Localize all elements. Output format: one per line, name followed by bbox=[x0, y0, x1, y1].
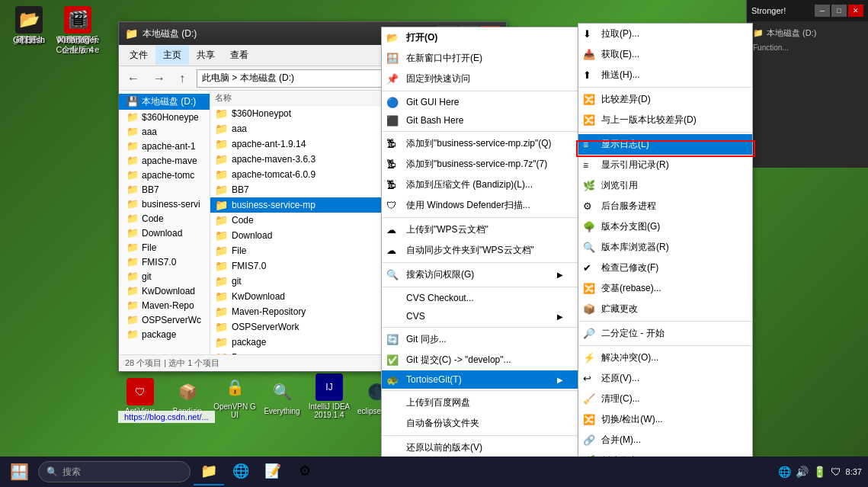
ctx-pull[interactable]: ⬇ 拉取(P)... bbox=[578, 24, 752, 44]
ctx-restore[interactable]: 还原以前的版本(V) bbox=[382, 437, 578, 457]
ctx-git-gui[interactable]: 🔵 Git GUI Here bbox=[382, 93, 578, 111]
ctx-resolve[interactable]: ⚡ 解决冲突(O)... bbox=[578, 348, 752, 368]
column-name: 名称 bbox=[215, 92, 232, 104]
ctx-diff-prev[interactable]: 🔀 与上一版本比较差异(D) bbox=[578, 110, 752, 130]
ctx-revert[interactable]: ↩ 还原(V)... bbox=[578, 368, 752, 389]
ctx-auto-backup[interactable]: 自动备份该文件夹 bbox=[382, 413, 578, 434]
desktop-icon-打开[interactable]: 📂 打开 bbox=[6, 6, 52, 45]
ctx-wps-sync[interactable]: ☁ 自动同步文件夹到"WPS云文档" bbox=[382, 240, 578, 261]
start-button[interactable]: 🪟 bbox=[0, 457, 38, 487]
tree-item-git[interactable]: 📁 git bbox=[119, 269, 210, 284]
ctx-show-reflog[interactable]: ≡ 显示引用记录(R) bbox=[578, 155, 752, 175]
ctx-rebase[interactable]: 🔀 变基(rebase)... bbox=[578, 278, 752, 299]
tree-item-business[interactable]: 📁 business-servi bbox=[119, 197, 210, 211]
ctx-open[interactable]: 📂 打开(O) bbox=[382, 27, 578, 48]
ctx-check-modified[interactable]: ✔ 检查已修改(F) bbox=[578, 258, 752, 278]
tree-item-kwdownload[interactable]: 📁 KwDownload bbox=[119, 284, 210, 298]
ctx-pin-quick[interactable]: 📌 固定到快速访问 bbox=[382, 69, 578, 89]
ctx-git-bash[interactable]: ⬛ Git Bash Here bbox=[382, 111, 578, 130]
up-button[interactable]: ↑ bbox=[174, 69, 191, 88]
right-max-btn[interactable]: □ bbox=[831, 5, 847, 17]
ctx-defender[interactable]: 🛡 使用 Windows Defender扫描... bbox=[382, 195, 578, 216]
menu-file[interactable]: 文件 bbox=[122, 46, 155, 65]
tree-item-apache-maven[interactable]: 📁 apache-mave bbox=[119, 153, 210, 168]
ctx-add-bandizip[interactable]: 🗜 添加到压缩文件 (Bandizip)(L)... bbox=[382, 175, 578, 195]
tree-item-fmis[interactable]: 📁 FMIS7.0 bbox=[119, 255, 210, 269]
tree-item-360[interactable]: 📁 $360Honeype bbox=[119, 110, 210, 124]
ctx-open-window[interactable]: 🪟 在新窗口中打开(E) bbox=[382, 48, 578, 69]
menu-share[interactable]: 共享 bbox=[189, 46, 223, 65]
ctx-git-sync[interactable]: 🔄 Git 同步... bbox=[382, 329, 578, 350]
ctx-merge[interactable]: 🔗 合并(M)... bbox=[578, 430, 752, 450]
tree-item-code[interactable]: 📁 Code bbox=[119, 211, 210, 226]
tree-label: FMIS7.0 bbox=[142, 257, 176, 268]
right-win-controls: ─ □ ✕ bbox=[815, 5, 863, 17]
bottom-anivur[interactable]: 🛡 AntiVirus bbox=[118, 378, 162, 415]
ctx-sep-t3 bbox=[578, 321, 752, 322]
tree-item-local-d[interactable]: 💾 本地磁盘 (D:) bbox=[119, 94, 210, 110]
tree-item-package[interactable]: 📁 package bbox=[119, 327, 210, 341]
ctx-stash[interactable]: 📦 贮藏更改 bbox=[578, 299, 752, 319]
ctx-add-zip[interactable]: 🗜 添加到"business-service-mp.zip"(Q) bbox=[382, 133, 578, 154]
arrow-icon: ▶ bbox=[557, 312, 563, 321]
tortoise-icon: 🐢 bbox=[386, 374, 399, 386]
desktop-icon-xmgr[interactable]: 🖥 Xmanager 企业版 4 bbox=[55, 6, 101, 55]
bottom-bandizip[interactable]: 📦 Bandizip bbox=[165, 378, 210, 415]
tree-item-apache-tomcat[interactable]: 📁 apache-tomc bbox=[119, 168, 210, 182]
tray-volume[interactable]: 🔊 bbox=[796, 466, 809, 478]
ctx-wps-upload[interactable]: ☁ 上传到"WPS云文档" bbox=[382, 219, 578, 240]
taskbar-notepad[interactable]: 📝 bbox=[258, 458, 288, 485]
graph-icon: 🌳 bbox=[583, 221, 595, 232]
function-item-text: Function... bbox=[753, 43, 789, 52]
taskbar-settings[interactable]: ⚙ bbox=[290, 458, 320, 485]
ctx-push[interactable]: ⬆ 推送(H)... bbox=[578, 65, 752, 85]
ctx-bisect[interactable]: 🔎 二分定位 - 开始 bbox=[578, 323, 752, 344]
tree-item-apache-ant[interactable]: 📁 apache-ant-1 bbox=[119, 139, 210, 153]
ctx-bg-daemon[interactable]: ⚙ 后台服务进程 bbox=[578, 196, 752, 216]
menu-home[interactable]: 主页 bbox=[155, 46, 189, 65]
folder-icon: 📁 bbox=[127, 213, 139, 224]
right-function-item[interactable]: 📁 本地磁盘 (D:) bbox=[751, 26, 863, 40]
menu-view[interactable]: 查看 bbox=[223, 46, 256, 65]
ctx-show-log[interactable]: ≡ 显示日志(L) bbox=[578, 134, 752, 155]
ctx-cvs[interactable]: CVS ▶ bbox=[382, 307, 578, 325]
ctx-search-perm[interactable]: 🔍 搜索访问权限(G) ▶ bbox=[382, 264, 578, 285]
tray-battery[interactable]: 🔋 bbox=[813, 466, 826, 478]
pin-icon: 📌 bbox=[386, 73, 399, 85]
ctx-fetch[interactable]: 📥 获取(E)... bbox=[578, 44, 752, 65]
right-min-btn[interactable]: ─ bbox=[815, 5, 830, 17]
back-button[interactable]: ← bbox=[122, 69, 145, 88]
push-icon: ⬆ bbox=[583, 69, 591, 81]
bottom-openvpn[interactable]: 🔒 OpenVPN GUI bbox=[213, 373, 257, 419]
tree-item-osp[interactable]: 📁 OSPServerWc bbox=[119, 312, 210, 327]
ctx-tortoisegit[interactable]: 🐢 TortoiseGit(T) ▶ bbox=[382, 370, 578, 389]
bottom-idea[interactable]: IJ IntelliJ IDEA 2019.1.4 bbox=[307, 373, 351, 419]
tree-item-bb7[interactable]: 📁 BB7 bbox=[119, 182, 210, 197]
taskbar-explorer[interactable]: 📁 bbox=[194, 458, 224, 485]
right-close-btn[interactable]: ✕ bbox=[848, 5, 863, 17]
ctx-cvs-checkout[interactable]: CVS Checkout... bbox=[382, 289, 578, 307]
bottom-everything[interactable]: 🔍 Everything bbox=[260, 378, 304, 415]
stash-icon: 📦 bbox=[583, 303, 595, 315]
folder-icon: 📁 bbox=[127, 314, 139, 325]
tray-network[interactable]: 🌐 bbox=[778, 466, 791, 478]
ctx-branch-graph[interactable]: 🌳 版本分支图(G) bbox=[578, 216, 752, 237]
taskbar-search[interactable]: 🔍 搜索 bbox=[38, 461, 191, 482]
tree-item-file[interactable]: 📁 File bbox=[119, 240, 210, 255]
tree-label: BB7 bbox=[142, 184, 159, 195]
taskbar-chrome[interactable]: 🌐 bbox=[226, 458, 256, 485]
tree-item-maven[interactable]: 📁 Maven-Repo bbox=[119, 298, 210, 312]
tray-antivirus[interactable]: 🛡 bbox=[831, 466, 841, 478]
ctx-browse-ref[interactable]: 🌿 浏览引用 bbox=[578, 175, 752, 196]
ctx-cleanup[interactable]: 🧹 清理(C)... bbox=[578, 389, 752, 409]
ctx-diff[interactable]: 🔀 比较差异(D) bbox=[578, 89, 752, 110]
forward-button[interactable]: → bbox=[148, 69, 171, 88]
ctx-switch[interactable]: 🔀 切换/检出(W)... bbox=[578, 409, 752, 430]
ctx-add-7z[interactable]: 🗜 添加到"business-service-mp.7z"(7) bbox=[382, 154, 578, 175]
ctx-repo-browser[interactable]: 🔍 版本库浏览器(R) bbox=[578, 237, 752, 258]
tree-item-download[interactable]: 📁 Download bbox=[119, 226, 210, 240]
ctx-git-commit[interactable]: ✅ Git 提交(C) -> "develop"... bbox=[382, 350, 578, 370]
function-label: 本地磁盘 (D:) bbox=[767, 27, 816, 39]
ctx-baidu-upload[interactable]: 上传到百度网盘 bbox=[382, 392, 578, 413]
tree-item-aaa[interactable]: 📁 aaa bbox=[119, 124, 210, 139]
